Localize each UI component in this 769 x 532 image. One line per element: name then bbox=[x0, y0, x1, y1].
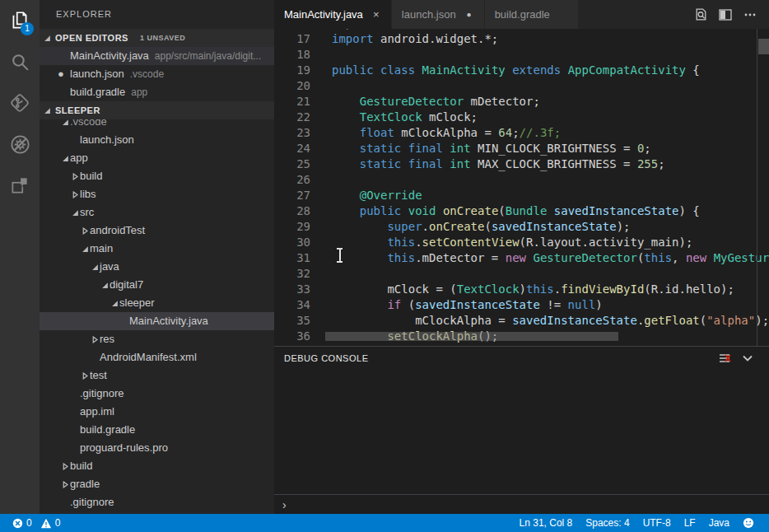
tree-item-app-iml[interactable]: app.iml bbox=[40, 403, 274, 421]
code-line-24: 24 static final int MIN_CLOCK_BRIGHTNESS… bbox=[274, 141, 769, 156]
open-editors-list: MainActivity.javaapp/src/main/java/digit… bbox=[40, 47, 274, 101]
open-editors-header[interactable]: OPEN EDITORS 1 UNSAVED bbox=[40, 29, 274, 47]
tab-bar: MainActivity.java×launch.json●build.grad… bbox=[274, 0, 769, 29]
tree-item-digital7[interactable]: digital7 bbox=[40, 276, 274, 294]
tree-item-proguard-rules-pro[interactable]: proguard-rules.pro bbox=[40, 439, 274, 457]
tab-build-gradle[interactable]: build.gradle bbox=[485, 0, 579, 29]
tab-mainactivity-java[interactable]: MainActivity.java× bbox=[274, 0, 392, 29]
problems-indicator[interactable]: 0 0 bbox=[8, 514, 64, 532]
tree-item-build[interactable]: build bbox=[40, 457, 274, 475]
gutter-gap bbox=[310, 250, 332, 266]
cursor-position[interactable]: Ln 31, Col 8 bbox=[513, 514, 580, 532]
tree-item--gitignore[interactable]: .gitignore bbox=[40, 493, 274, 511]
tree-item-build-gradle[interactable]: build.gradle bbox=[40, 511, 274, 514]
code-token: setContentView bbox=[422, 236, 520, 249]
tree-item-res[interactable]: res bbox=[40, 330, 274, 348]
horizontal-scrollbar[interactable] bbox=[325, 332, 618, 341]
code-token: this bbox=[644, 251, 672, 264]
code-token bbox=[401, 204, 408, 217]
code-token: ; bbox=[512, 126, 519, 139]
code-token: MIN_CLOCK_BRIGHTNESS = bbox=[471, 142, 637, 155]
chevron-down-icon[interactable] bbox=[736, 347, 759, 370]
code-editor[interactable]: 16import android.view.*;17import android… bbox=[274, 29, 769, 346]
tree-item-label: digital7 bbox=[110, 276, 143, 294]
gutter-gap bbox=[310, 141, 332, 156]
gutter-gap bbox=[310, 282, 332, 297]
eol-setting[interactable]: LF bbox=[678, 514, 702, 532]
tree-item-mainactivity-java[interactable]: MainActivity.java bbox=[40, 312, 274, 330]
clear-console-icon[interactable] bbox=[713, 347, 736, 370]
tree-item-src[interactable]: src bbox=[40, 203, 274, 222]
file-tree: .vscodelaunch.jsonappbuildlibssrcandroid… bbox=[40, 113, 274, 514]
tree-item-build[interactable]: build bbox=[40, 167, 274, 185]
gutter-gap bbox=[310, 63, 332, 78]
code-token: savedInstanceState bbox=[415, 298, 540, 311]
indentation-setting[interactable]: Spaces: 4 bbox=[579, 514, 636, 532]
unsaved-count-badge: 1 UNSAVED bbox=[140, 29, 185, 47]
tree-item-launch-json[interactable]: launch.json bbox=[40, 131, 274, 149]
code-line-22: 22 TextClock mClock; bbox=[274, 110, 769, 125]
code-token: public class bbox=[332, 63, 415, 77]
split-editor-icon[interactable] bbox=[713, 0, 738, 29]
close-icon[interactable]: × bbox=[371, 8, 381, 21]
open-editor-item[interactable]: ●launch.json.vscode bbox=[40, 65, 274, 83]
tab-label: launch.json bbox=[402, 8, 456, 21]
tree-item-sleeper[interactable]: sleeper bbox=[40, 294, 274, 312]
debug-console-input[interactable]: › bbox=[274, 494, 769, 514]
code-token: mClock = ( bbox=[332, 282, 457, 296]
code-line-19: 19public class MainActivity extends AppC… bbox=[274, 63, 769, 78]
tree-item-java[interactable]: java bbox=[40, 258, 274, 276]
explorer-badge: 1 bbox=[21, 22, 34, 35]
extensions-icon[interactable] bbox=[0, 165, 40, 206]
encoding-setting[interactable]: UTF-8 bbox=[636, 514, 678, 532]
source-control-icon[interactable] bbox=[0, 82, 40, 124]
tree-item-label: .gitignore bbox=[80, 385, 124, 403]
code-token: new bbox=[506, 251, 526, 264]
code-token: savedInstanceState bbox=[512, 314, 637, 327]
tree-item-build-gradle[interactable]: build.gradle bbox=[40, 421, 274, 439]
code-token: mDetector; bbox=[464, 95, 540, 108]
code-token bbox=[561, 63, 567, 77]
open-editor-item[interactable]: build.gradleapp bbox=[40, 83, 274, 101]
tree-item-gradle[interactable]: gradle bbox=[40, 475, 274, 493]
line-number: 27 bbox=[274, 188, 310, 203]
open-editor-item[interactable]: MainActivity.javaapp/src/main/java/digit… bbox=[40, 47, 274, 65]
code-line-32: 32 bbox=[274, 266, 769, 282]
gutter-gap bbox=[310, 188, 332, 203]
tree-item--gitignore[interactable]: .gitignore bbox=[40, 385, 274, 403]
code-token: getFloat bbox=[644, 314, 699, 327]
open-preview-icon[interactable] bbox=[688, 0, 713, 29]
chevron-expanded-icon bbox=[61, 154, 70, 163]
more-actions-icon[interactable] bbox=[738, 0, 762, 29]
tree-item-androidmanifest-xml[interactable]: AndroidManifest.xml bbox=[40, 348, 274, 366]
tree-item-androidtest[interactable]: androidTest bbox=[40, 222, 274, 240]
tree-item-main[interactable]: main bbox=[40, 240, 274, 258]
code-token: AppCompatActivity bbox=[568, 63, 686, 77]
code-token: TextClock bbox=[360, 110, 422, 124]
code-token: "alpha" bbox=[706, 314, 755, 327]
vertical-scrollbar[interactable] bbox=[758, 39, 769, 54]
tree-item-libs[interactable]: libs bbox=[40, 185, 274, 203]
code-token: findViewById bbox=[561, 282, 644, 296]
tree-item-test[interactable]: test bbox=[40, 366, 274, 385]
debug-icon[interactable] bbox=[0, 124, 40, 165]
gutter-gap bbox=[310, 219, 332, 235]
code-token: float bbox=[360, 126, 394, 139]
code-token: 64 bbox=[498, 126, 512, 139]
tree-item-app[interactable]: app bbox=[40, 149, 274, 167]
project-section-header[interactable]: SLEEPER bbox=[40, 101, 274, 119]
code-token: ( bbox=[401, 298, 415, 311]
explorer-icon[interactable]: 1 bbox=[0, 0, 40, 41]
code-token: ( bbox=[700, 314, 706, 327]
vscode-window: 1 bbox=[0, 0, 769, 532]
code-token bbox=[332, 95, 360, 108]
open-editor-description: .vscode bbox=[130, 65, 164, 83]
search-icon[interactable] bbox=[0, 41, 40, 82]
line-number: 29 bbox=[274, 219, 310, 235]
feedback-smiley-icon[interactable] bbox=[736, 514, 761, 532]
chevron-collapsed-icon bbox=[81, 371, 90, 380]
language-mode[interactable]: Java bbox=[702, 514, 736, 532]
code-line-21: 21 GestureDetector mDetector; bbox=[274, 94, 769, 110]
tab-launch-json[interactable]: launch.json● bbox=[392, 0, 485, 29]
warning-icon bbox=[40, 518, 52, 529]
